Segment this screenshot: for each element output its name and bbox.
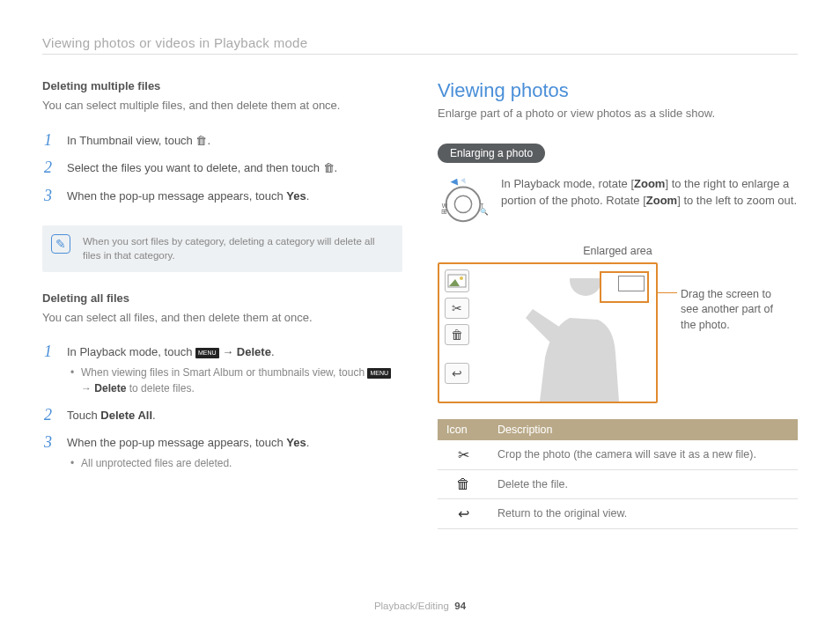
section-title: Viewing photos — [438, 79, 798, 102]
callout: Drag the screen to see another part of t… — [658, 262, 798, 334]
sub-list: All unprotected files are deleted. — [67, 455, 402, 471]
breadcrumb-header: Viewing photos or videos in Playback mod… — [42, 35, 798, 50]
left-column: Deleting multiple files You can select m… — [42, 79, 402, 529]
step: When the pop-up message appears, touch Y… — [42, 429, 402, 476]
cell-desc: Delete the file. — [489, 469, 798, 498]
th-desc: Description — [489, 419, 798, 440]
note-box: ✎ When you sort files by category, delet… — [42, 225, 402, 271]
para: Enlarge part of a photo or view photos a… — [438, 106, 798, 122]
sub-item: All unprotected files are deleted. — [67, 455, 402, 471]
para: You can select multiple files, and then … — [42, 98, 402, 114]
footer-section: Playback/Editing — [374, 601, 449, 611]
return-icon: ↩ — [438, 498, 489, 528]
page-number: 94 — [454, 601, 466, 611]
menu-icon: MENU — [367, 368, 391, 379]
crop-icon: ✂ — [445, 298, 469, 319]
steps-delete-all: In Playback mode, touch MENU → Delete. W… — [42, 338, 402, 476]
step: Select the files you want to delete, and… — [42, 154, 402, 182]
th-icon: Icon — [438, 419, 489, 440]
step: When the pop-up message appears, touch Y… — [42, 182, 402, 210]
zoom-dial-icon: W T ⊞ 🔍 — [438, 175, 489, 229]
heading-delete-multiple: Deleting multiple files — [42, 79, 402, 92]
table-row: ✂Crop the photo (the camera will save it… — [438, 440, 798, 470]
thumbnail-icon — [445, 269, 469, 292]
svg-point-1 — [454, 195, 471, 212]
zoom-text: In Playback mode, rotate [Zoom] to the r… — [501, 175, 798, 210]
zoom-instruction: W T ⊞ 🔍 In Playback mode, rotate [Zoom] … — [438, 175, 798, 229]
svg-text:🔍: 🔍 — [480, 207, 489, 216]
two-column-layout: Deleting multiple files You can select m… — [42, 79, 798, 529]
enlarged-figure: ✂ 🗑 ↩ Drag the screen to see another par… — [438, 262, 798, 403]
step: In Thumbnail view, touch 🗑. — [42, 127, 402, 155]
screen-frame: ✂ 🗑 ↩ — [438, 262, 658, 403]
step: In Playback mode, touch MENU → Delete. W… — [42, 338, 402, 402]
cell-desc: Return to the original view. — [489, 498, 798, 528]
enlarged-area-label: Enlarged area — [438, 245, 798, 257]
trash-icon: 🗑 — [195, 134, 207, 147]
note-text: When you sort files by category, deletin… — [83, 236, 375, 261]
icon-table: Icon Description ✂Crop the photo (the ca… — [438, 419, 798, 529]
table-row: ↩Return to the original view. — [438, 498, 798, 528]
heading-delete-all: Deleting all files — [42, 291, 402, 305]
trash-icon: 🗑 — [323, 161, 335, 174]
trash-icon: 🗑 — [445, 324, 469, 345]
para: You can select all files, and then delet… — [42, 310, 402, 327]
right-column: Viewing photos Enlarge part of a photo o… — [438, 79, 798, 529]
return-icon: ↩ — [445, 363, 469, 384]
info-icon: ✎ — [51, 234, 70, 254]
steps-delete-multiple: In Thumbnail view, touch 🗑. Select the f… — [42, 127, 402, 210]
page-footer: Playback/Editing 94 — [0, 601, 840, 611]
pill-label: Enlarging a photo — [438, 144, 545, 163]
crop-icon: ✂ — [438, 440, 489, 470]
drag-instruction: Drag the screen to see another part of t… — [681, 287, 786, 334]
step: Touch Delete All. — [42, 402, 402, 430]
trash-icon: 🗑 — [438, 469, 489, 498]
leader-line — [658, 292, 677, 293]
rule — [42, 54, 798, 55]
sub-list: When viewing files in Smart Album or thu… — [67, 365, 402, 396]
cell-desc: Crop the photo (the camera will save it … — [489, 440, 798, 470]
minimap — [600, 271, 649, 303]
menu-icon: MENU — [195, 348, 219, 358]
svg-point-0 — [446, 187, 481, 221]
screen-side-buttons: ✂ 🗑 ↩ — [445, 269, 471, 389]
sub-item: When viewing files in Smart Album or thu… — [67, 365, 402, 396]
svg-text:⊞: ⊞ — [441, 208, 447, 216]
table-row: 🗑Delete the file. — [438, 469, 798, 498]
svg-point-8 — [460, 276, 463, 280]
minimap-viewport — [618, 276, 645, 291]
